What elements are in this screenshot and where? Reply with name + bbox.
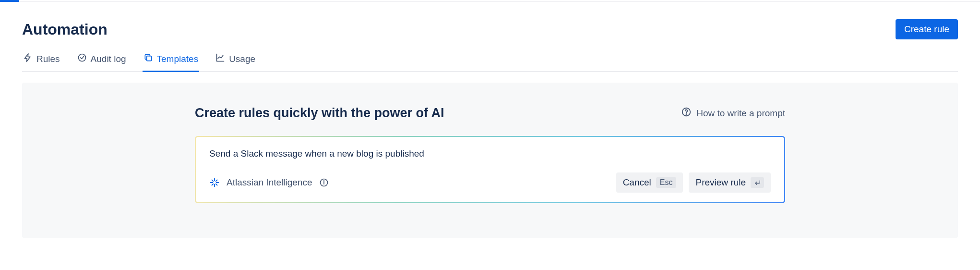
top-border [0,0,980,2]
tab-audit-log[interactable]: Audit log [76,48,127,72]
enter-key-hint [751,177,764,188]
help-link-label: How to write a prompt [696,108,785,119]
svg-rect-1 [146,56,151,61]
preview-rule-button[interactable]: Preview rule [689,172,771,193]
tab-label: Usage [229,54,255,64]
prompt-card: Atlassian Intelligence Cancel Esc [195,136,785,203]
help-link[interactable]: How to write a prompt [681,107,785,120]
panel-heading: Create rules quickly with the power of A… [195,106,444,121]
ai-prompt-input[interactable] [209,148,771,159]
create-rule-button[interactable]: Create rule [896,19,958,39]
prompt-footer: Atlassian Intelligence Cancel Esc [209,172,771,193]
cancel-label: Cancel [623,177,651,188]
bolt-icon [23,53,33,65]
progress-bar [0,0,19,2]
tab-templates[interactable]: Templates [143,48,200,72]
info-icon[interactable] [319,178,329,187]
page-header: Automation Create rule [22,2,958,48]
esc-key-hint: Esc [656,177,677,188]
check-circle-icon [77,53,87,65]
svg-point-3 [686,114,687,114]
question-circle-icon [681,107,692,120]
tab-usage[interactable]: Usage [215,48,256,72]
tab-label: Rules [36,54,60,64]
tab-label: Templates [157,54,199,64]
atlassian-intelligence-icon [209,177,220,188]
tab-rules[interactable]: Rules [22,48,61,72]
chart-icon [215,53,225,65]
tab-label: Audit log [91,54,126,64]
ai-brand-label: Atlassian Intelligence [227,177,312,188]
cancel-button[interactable]: Cancel Esc [616,172,683,193]
svg-point-5 [323,181,324,181]
preview-label: Preview rule [695,177,746,188]
ai-brand: Atlassian Intelligence [209,177,329,188]
workspace-panel: Create rules quickly with the power of A… [22,83,958,238]
page-title: Automation [22,21,108,38]
tabs: Rules Audit log Templates Usage [22,48,958,72]
prompt-actions: Cancel Esc Preview rule [616,172,771,193]
svg-point-0 [78,54,85,61]
panel-header: Create rules quickly with the power of A… [195,106,785,121]
copy-icon [143,53,153,65]
